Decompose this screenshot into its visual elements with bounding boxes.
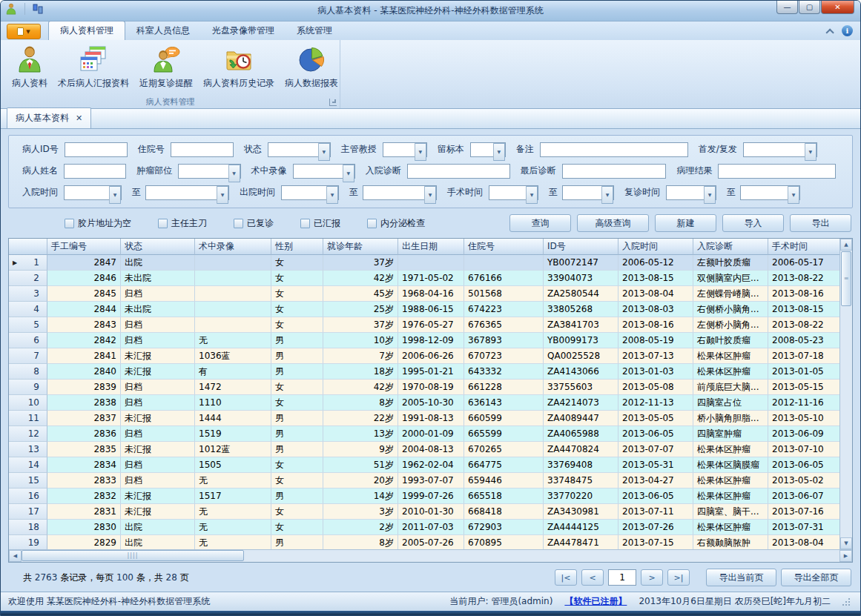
row-header[interactable]: 16	[9, 489, 47, 504]
followup-date-to-select[interactable]: ▼	[740, 185, 800, 200]
row-header[interactable]: 7	[9, 348, 47, 364]
table-cell[interactable]: 2005-07-26	[398, 535, 464, 549]
table-cell[interactable]: 松果体区肿瘤	[693, 473, 768, 489]
table-cell[interactable]: 2013-06-05	[618, 426, 693, 442]
table-cell[interactable]: 女	[271, 302, 323, 317]
prev-page-button[interactable]: <	[581, 569, 604, 586]
row-header[interactable]: 13	[9, 442, 47, 457]
table-cell[interactable]: 未汇报	[121, 364, 195, 380]
table-cell[interactable]: 男	[271, 535, 323, 549]
table-cell[interactable]: 2838	[47, 395, 121, 411]
table-cell[interactable]: 2004-08-13	[398, 442, 464, 457]
table-cell[interactable]: 男	[271, 426, 323, 442]
table-cell[interactable]: 33770220	[544, 489, 618, 504]
table-cell[interactable]: ZA2580544	[544, 286, 618, 302]
table-cell[interactable]: 右额颞脑脓肿	[693, 535, 768, 549]
table-cell[interactable]: 无	[195, 535, 271, 549]
table-cell[interactable]: 674223	[464, 302, 544, 317]
row-header[interactable]: 15	[9, 473, 47, 489]
table-row[interactable]: 192829出院无男8岁2005-07-26670895ZA4478471201…	[9, 535, 839, 549]
table-cell[interactable]: 左侧桥小脑角...	[693, 317, 768, 333]
dialog-launcher-icon[interactable]	[329, 99, 337, 106]
table-cell[interactable]: 22岁	[323, 411, 398, 426]
column-header[interactable]: ID号	[544, 239, 618, 255]
table-row[interactable]: 62842归档无男10岁1998-12-09367893YB0099173200…	[9, 333, 839, 348]
table-cell[interactable]	[195, 271, 271, 286]
table-cell[interactable]: 2013-05-08	[618, 380, 693, 395]
table-cell[interactable]: 42岁	[323, 271, 398, 286]
ribbon-tab-system-management[interactable]: 系统管理	[286, 21, 343, 40]
specimen-kept-select[interactable]: ▼	[470, 142, 506, 157]
row-header[interactable]: 8	[9, 364, 47, 380]
table-cell[interactable]: 出院	[121, 535, 195, 549]
table-cell[interactable]: 2836	[47, 426, 121, 442]
dropdown-arrow-icon[interactable]: ▼	[493, 143, 505, 161]
table-cell[interactable]: 2010-01-30	[398, 504, 464, 520]
table-row[interactable]: 142834归档1505女51岁1962-02-0466477533769408…	[9, 457, 839, 473]
page-number-input[interactable]: 1	[608, 569, 636, 586]
table-cell[interactable]: 女	[271, 286, 323, 302]
table-cell[interactable]: 1991-08-13	[398, 411, 464, 426]
dropdown-arrow-icon[interactable]: ▼	[601, 186, 613, 204]
export-all-pages-button[interactable]: 导出全部页	[781, 569, 851, 586]
table-cell[interactable]: 双侧脑室内巨...	[693, 271, 768, 286]
ribbon-button-5[interactable]: 病人数据报表	[280, 42, 343, 91]
table-cell[interactable]: 9岁	[323, 442, 398, 457]
tab-close-icon[interactable]: ✕	[76, 115, 82, 122]
scroll-left-icon[interactable]: ◀	[9, 550, 22, 562]
table-cell[interactable]: 1472	[195, 380, 271, 395]
scroll-down-icon[interactable]: ▼	[840, 537, 852, 549]
table-cell[interactable]	[195, 286, 271, 302]
tumor-site-select[interactable]: ▼	[178, 164, 240, 179]
collapse-ribbon-icon[interactable]	[825, 28, 834, 36]
table-cell[interactable]: 2005-10-30	[398, 395, 464, 411]
table-cell[interactable]: 松果体区肿瘤	[693, 348, 768, 364]
table-cell[interactable]: 2000-01-09	[398, 426, 464, 442]
column-header[interactable]: 术中录像	[195, 239, 271, 255]
table-row[interactable]: 82840未汇报有男18岁1995-01-21643332ZA414306620…	[9, 364, 839, 380]
table-cell[interactable]: 女	[271, 271, 323, 286]
table-row[interactable]: 152833归档无女20岁1993-07-0765944633748475201…	[9, 473, 839, 489]
table-cell[interactable]: 1998-12-09	[398, 333, 464, 348]
table-cell[interactable]: 33805268	[544, 302, 618, 317]
dropdown-arrow-icon[interactable]: ▼	[415, 143, 426, 161]
table-cell[interactable]: 2013-08-04	[618, 286, 693, 302]
pathology-result-input[interactable]	[718, 164, 836, 179]
table-cell[interactable]: 归档	[121, 317, 195, 333]
table-cell[interactable]: 33904073	[544, 271, 618, 286]
query-button[interactable]: 查询	[509, 214, 571, 232]
table-cell[interactable]: ZA4065988	[544, 426, 618, 442]
table-cell[interactable]: 未汇报	[121, 411, 195, 426]
table-cell[interactable]: ZA4444125	[544, 520, 618, 535]
table-cell[interactable]: 13岁	[323, 426, 398, 442]
table-cell[interactable]: 2013-08-16	[618, 317, 693, 333]
table-cell[interactable]: 2013-05-02	[768, 473, 839, 489]
last-page-button[interactable]: >|	[667, 569, 690, 586]
table-cell[interactable]: 无	[195, 333, 271, 348]
dropdown-arrow-icon[interactable]: ▼	[318, 143, 330, 161]
table-cell[interactable]: 无	[195, 473, 271, 489]
admission-date-from-select[interactable]: ▼	[64, 185, 122, 200]
table-cell[interactable]: 1970-08-19	[398, 380, 464, 395]
table-row[interactable]: 172831未汇报无女3岁2010-01-30668418ZA343098120…	[9, 504, 839, 520]
table-cell[interactable]: 2013-05-31	[618, 457, 693, 473]
table-cell[interactable]: 3岁	[323, 504, 398, 520]
table-cell[interactable]: 归档	[121, 473, 195, 489]
table-row[interactable]: ▶12847出院女37岁YB00721472006-05-12左额叶胶质瘤200…	[9, 255, 839, 271]
resize-grip[interactable]	[842, 598, 850, 606]
table-cell[interactable]	[195, 302, 271, 317]
table-cell[interactable]: 2013-05-10	[768, 411, 839, 426]
table-cell[interactable]: 左额叶胶质瘤	[693, 255, 768, 271]
followed-up-checkbox-box[interactable]	[234, 219, 243, 228]
table-row[interactable]: 22846未出院女42岁1971-05-02676166339040732013…	[9, 271, 839, 286]
table-cell[interactable]: 归档	[121, 426, 195, 442]
table-cell[interactable]: 女	[271, 255, 323, 271]
table-cell[interactable]: 1962-02-04	[398, 457, 464, 473]
table-cell[interactable]: 660599	[464, 411, 544, 426]
table-cell[interactable]: 女	[271, 380, 323, 395]
app-logo-icon[interactable]	[5, 3, 17, 15]
table-cell[interactable]: 未汇报	[121, 442, 195, 457]
table-row[interactable]: 162832未汇报1517男14岁1999-07-266655183377022…	[9, 489, 839, 504]
horizontal-scroll-thumb[interactable]: ||||	[22, 550, 244, 561]
table-cell[interactable]: 2岁	[323, 520, 398, 535]
